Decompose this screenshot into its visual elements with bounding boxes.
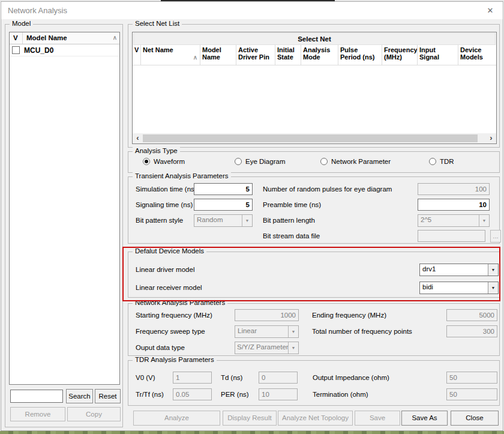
chevron-down-icon[interactable]: ▼ [488,264,498,276]
col-active-driver-pin[interactable]: Active Driver Pin [236,45,275,65]
sort-ascending-icon: ∧ [193,55,197,64]
radio-eye-diagram[interactable]: Eye Diagram [235,158,285,165]
group-tdr-params-label: TDR Analysis Parameters [133,356,217,363]
dialog-title: Network Analysis [8,2,67,19]
analyze-button: Analyze [133,411,220,426]
model-name-column-header[interactable]: Model Name ∧ [23,32,119,44]
model-row-mcu-d0[interactable]: MCU_D0 [10,44,119,56]
bit-stream-file-label: Bit stream data file [263,232,320,240]
linear-driver-model-dropdown[interactable]: drv1 ▼ [419,264,499,276]
group-default-device-models: Defalut Device Models Linear driver mode… [128,252,500,298]
group-analysis-type-label: Analysis Type [133,147,180,154]
preamble-time-field[interactable] [418,199,490,211]
preamble-time-label: Preamble time (ns) [263,201,321,208]
random-pulses-label: Number of random pulses for eye diagram [263,185,392,193]
radio-icon [320,158,328,165]
net-table-header: V Net Name ∧ Model Name Active Driver Pi… [133,45,496,65]
radio-icon [429,158,436,165]
simulation-time-label: Simulation time (ns) [136,185,197,193]
v0-field [173,372,212,384]
background-bottom-strip [0,431,504,434]
model-list-header[interactable]: V Model Name ∧ [10,32,119,44]
net-table: Select Net V Net Name ∧ Model Name Activ… [132,32,497,144]
analyze-net-topology-button: Analyze Net Topology [278,411,353,426]
ending-frequency-field [446,309,497,321]
group-model-label: Model [10,20,33,27]
linear-driver-model-label: Linear driver model [136,266,194,273]
sort-ascending-icon: ∧ [113,34,117,44]
output-data-type-label: Ouput data type [136,344,185,351]
browse-button: ... [490,230,501,243]
per-field [259,388,298,400]
signaling-time-field[interactable] [194,199,253,211]
radio-icon [235,158,242,165]
remove-button: Remove [10,407,65,421]
close-icon[interactable]: ✕ [484,2,497,19]
group-default-device-models-label: Defalut Device Models [133,247,206,255]
group-network-params: Network Analysis Parameters Starting fre… [128,303,500,356]
reset-button[interactable]: Reset [95,389,121,403]
select-net-button[interactable]: Select Net [133,33,496,45]
col-device-models[interactable]: Device Models [458,45,496,65]
trtf-label: Tr/Tf (ns) [136,391,164,398]
col-initial-state[interactable]: Initial State [275,45,301,65]
scrollbar-thumb[interactable] [143,134,478,142]
col-input-signal[interactable]: Input Signal [418,45,458,65]
col-pulse-period[interactable]: Pulse Period (ns) [338,45,382,65]
group-analysis-type: Analysis Type Waveform Eye Diagram Netwo… [128,151,500,173]
model-name-cell: MCU_D0 [24,46,53,55]
copy-button: Copy [67,407,121,421]
random-pulses-field [418,183,490,195]
screenshot-root: Network Analysis ✕ Model V Model Name ∧ … [0,0,504,434]
search-button[interactable]: Search [66,389,93,403]
chevron-down-icon: ▼ [288,342,298,354]
trtf-field [173,388,212,400]
col-net-name[interactable]: Net Name ∧ [141,45,200,65]
radio-network-parameter[interactable]: Network Parameter [320,158,391,165]
chevron-down-icon: ▼ [242,215,252,226]
bit-pattern-length-dropdown: 2^5 ▼ [418,214,490,227]
per-label: PER (ns) [221,391,249,398]
close-button[interactable]: Close [451,411,499,426]
radio-selected-icon [143,158,150,165]
linear-receiver-model-label: Linear receiver model [136,284,202,291]
horizontal-scrollbar: ‹ › [133,133,496,143]
output-data-type-dropdown: S/Y/Z Parameter ▼ [235,342,299,354]
model-list: V Model Name ∧ MCU_D0 [9,32,120,385]
model-check-column-header[interactable]: V [10,32,23,44]
group-tdr-params: TDR Analysis Parameters V0 (V) Td (ns) O… [128,360,500,406]
v0-label: V0 (V) [136,374,155,381]
bit-pattern-length-label: Bit pattern length [263,217,315,224]
chevron-down-icon: ▼ [479,215,489,226]
col-model-name[interactable]: Model Name [200,45,236,65]
model-checkbox[interactable] [12,46,20,54]
td-field [259,372,298,384]
linear-receiver-model-dropdown[interactable]: bidi ▼ [419,282,499,294]
group-select-net-list-label: Select Net List [133,20,182,27]
col-frequency[interactable]: Frequency (MHz) [382,45,418,65]
radio-waveform[interactable]: Waveform [143,158,185,165]
save-as-button[interactable]: Save As [401,411,448,426]
bit-pattern-style-dropdown: Random ▼ [194,214,253,227]
group-transient-label: Transient Analysis Parameters [133,172,231,179]
group-network-params-label: Network Analysis Parameters [133,299,227,306]
simulation-time-field[interactable] [194,183,253,195]
frequency-sweep-type-label: Frequency sweep type [136,328,205,335]
chevron-down-icon: ▼ [288,326,298,337]
net-table-body-empty [133,65,496,133]
scroll-right-icon[interactable]: › [486,133,496,143]
radio-tdr[interactable]: TDR [429,158,454,165]
model-search-input[interactable] [10,390,63,403]
frequency-sweep-type-dropdown: Linear ▼ [235,325,299,338]
starting-frequency-label: Starting frequency (MHz) [136,312,212,319]
col-check[interactable]: V [133,45,141,65]
td-label: Td (ns) [221,374,242,381]
col-analysis-mode[interactable]: Analysis Mode [301,45,338,65]
display-result-button: Display Result [223,411,277,426]
termination-field [446,388,497,400]
chevron-down-icon[interactable]: ▼ [488,282,498,294]
total-frequency-points-label: Total number of frequency points [312,328,412,335]
signaling-time-label: Signaling time (ns) [136,201,193,208]
scroll-left-icon[interactable]: ‹ [133,133,143,143]
termination-label: Termination (ohm) [313,391,368,398]
